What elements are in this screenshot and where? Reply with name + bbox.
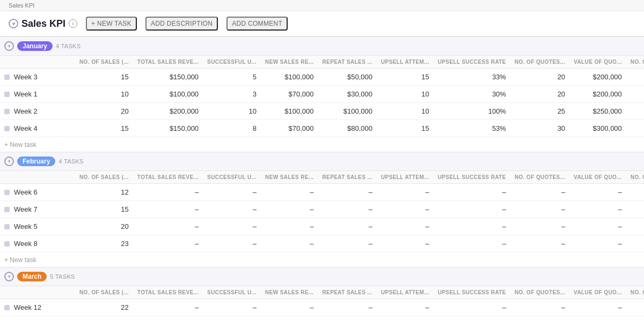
col-header-upsell-rate: UPSELL SUCCESS RATE [434, 56, 510, 69]
cell-pro: 15 [626, 69, 644, 86]
cell-upsell-rate: 53% [434, 120, 510, 137]
cell-quotes: – [510, 316, 569, 321]
cell-success: 5 [203, 69, 261, 86]
cell-sales-rev: – [133, 218, 203, 235]
col-header-sales-num: NO. OF SALES (... [75, 56, 133, 69]
cell-pro: 12 [626, 103, 644, 120]
cell-quotes: – [510, 299, 569, 316]
cell-repeat: $80,000 [318, 120, 377, 137]
cell-new-sales: $100,000 [261, 103, 318, 120]
cell-upsell-rate: – [434, 235, 510, 252]
task-name: Week 4 [14, 124, 38, 132]
col-header-pro: NO. OF PRO... [626, 171, 644, 184]
cell-upsell-att: 10 [377, 86, 434, 103]
header-title-group: ▾ Sales KPI i [9, 18, 77, 29]
cell-pro: – [626, 184, 644, 201]
cell-upsell-rate: – [434, 184, 510, 201]
col-header-quotes: NO. OF QUOTES... [510, 171, 569, 184]
new-task-button[interactable]: + NEW TASK [86, 17, 137, 31]
cell-upsell-att: 15 [377, 69, 434, 86]
cell-new-sales: – [261, 201, 318, 218]
col-header-quotes-val: VALUE OF QUO... [569, 171, 626, 184]
col-header-new-sales: NEW SALES RE... [261, 171, 318, 184]
cell-quotes-val: – [569, 201, 626, 218]
cell-upsell-att: – [377, 299, 434, 316]
task-color-dot [4, 109, 10, 114]
new-task-cell-february: + New task [0, 252, 644, 267]
group-header-february: ▾ February 4 TASKS [0, 152, 644, 171]
col-header-upsell-att: UPSELL ATTEM... [377, 56, 434, 69]
group-header-cell-january: ▾ January 4 TASKS [0, 37, 644, 56]
group-toggle-january[interactable]: ▾ [4, 41, 14, 51]
table-row: Week 4 15 $150,000 8 $70,000 $80,000 15 … [0, 120, 644, 137]
cell-success: – [203, 235, 261, 252]
task-name-cell: Week 7 [0, 201, 75, 218]
cell-quotes: 20 [510, 69, 569, 86]
cell-quotes-val: $300,000 [569, 120, 626, 137]
top-bar-label: Sales KPI [9, 2, 34, 9]
table-row: Week 10 18 – – – – – – – – – [0, 316, 644, 321]
cell-quotes: 30 [510, 120, 569, 137]
task-name: Week 1 [14, 90, 38, 98]
cell-success: 3 [203, 86, 261, 103]
table-row: Week 5 20 – – – – – – – – – [0, 218, 644, 235]
cell-sales-num: 12 [75, 184, 133, 201]
cell-sales-num: 10 [75, 86, 133, 103]
group-badge-january: January [17, 41, 53, 51]
cell-quotes: – [510, 184, 569, 201]
new-task-link-february[interactable]: + New task [4, 256, 36, 264]
group-toggle-march[interactable]: ▾ [4, 272, 14, 281]
cell-upsell-rate: – [434, 201, 510, 218]
cell-quotes: 25 [510, 103, 569, 120]
group-header-january: ▾ January 4 TASKS [0, 37, 644, 56]
col-header-name [0, 171, 75, 184]
cell-sales-rev: – [133, 201, 203, 218]
cell-upsell-att: – [377, 316, 434, 321]
cell-quotes: – [510, 218, 569, 235]
cell-pro: – [626, 218, 644, 235]
title-chevron-icon[interactable]: ▾ [9, 19, 18, 28]
new-task-link-january[interactable]: + New task [4, 141, 36, 148]
cell-sales-rev: $200,000 [133, 103, 203, 120]
add-description-button[interactable]: ADD DESCRIPTION [145, 17, 218, 31]
col-headers-january: NO. OF SALES (... TOTAL SALES REVE... SU… [0, 56, 644, 69]
group-badge-march: March [17, 272, 47, 281]
col-header-sales-num: NO. OF SALES (... [75, 171, 133, 184]
col-header-new-sales: NEW SALES RE... [261, 286, 318, 299]
task-color-dot [4, 241, 10, 247]
group-toggle-february[interactable]: ▾ [4, 157, 14, 166]
table-row: Week 7 15 – – – – – – – – – [0, 201, 644, 218]
col-header-upsell-att: UPSELL ATTEM... [377, 171, 434, 184]
cell-quotes-val: $200,000 [569, 69, 626, 86]
col-header-sales-rev: TOTAL SALES REVE... [133, 286, 203, 299]
group-header-cell-february: ▾ February 4 TASKS [0, 152, 644, 171]
cell-quotes-val: – [569, 184, 626, 201]
cell-success: – [203, 316, 261, 321]
task-name: Week 7 [14, 205, 38, 213]
cell-sales-num: 15 [75, 201, 133, 218]
col-header-quotes: NO. OF QUOTES... [510, 56, 569, 69]
cell-upsell-att: 10 [377, 103, 434, 120]
info-icon[interactable]: i [69, 19, 77, 28]
task-name-cell: Week 4 [0, 120, 75, 137]
task-name-cell: Week 5 [0, 218, 75, 235]
task-name-cell: Week 10 [0, 316, 75, 321]
task-name: Week 12 [14, 303, 41, 311]
cell-repeat: – [318, 316, 377, 321]
cell-success: – [203, 218, 261, 235]
col-header-success: SUCCESSFUL U... [203, 286, 261, 299]
col-header-quotes-val: VALUE OF QUO... [569, 286, 626, 299]
cell-sales-num: 15 [75, 120, 133, 137]
cell-repeat: – [318, 235, 377, 252]
group-january: ▾ January 4 TASKS NO. OF SALES (... TOTA… [0, 37, 644, 152]
cell-pro: 10 [626, 86, 644, 103]
cell-pro: – [626, 299, 644, 316]
kpi-table: ▾ January 4 TASKS NO. OF SALES (... TOTA… [0, 36, 644, 320]
add-comment-button[interactable]: ADD COMMENT [226, 17, 288, 31]
cell-sales-num: 20 [75, 103, 133, 120]
table-row: Week 8 23 – – – – – – – – – [0, 235, 644, 252]
group-header-march: ▾ March 5 TASKS [0, 267, 644, 286]
cell-pro: – [626, 316, 644, 321]
cell-quotes-val: – [569, 299, 626, 316]
cell-new-sales: $100,000 [261, 69, 318, 86]
